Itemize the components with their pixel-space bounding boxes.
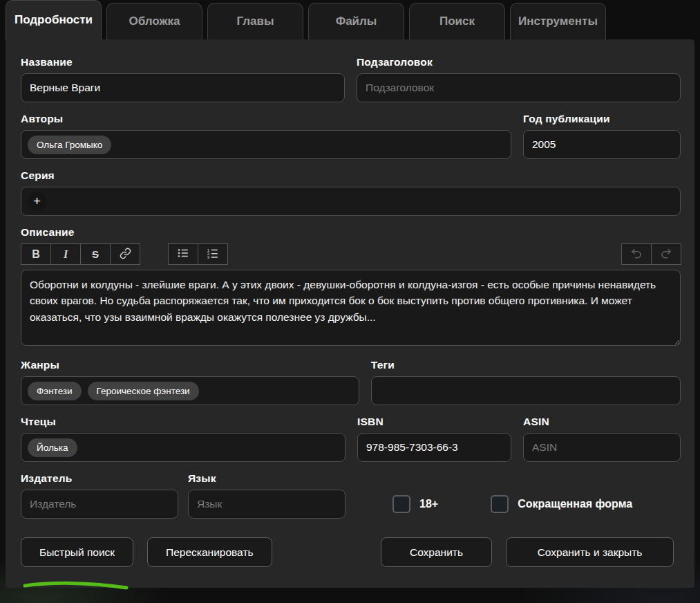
italic-button[interactable]: I — [50, 243, 81, 265]
authors-label: Авторы — [21, 113, 511, 125]
undo-icon — [630, 247, 643, 261]
tab-files[interactable]: Файлы — [308, 3, 404, 39]
abridged-label: Сокращенная форма — [518, 498, 632, 510]
rescan-button[interactable]: Пересканировать — [147, 537, 272, 567]
genres-label: Жанры — [21, 359, 359, 371]
link-icon — [120, 248, 131, 261]
tab-cover[interactable]: Обложка — [106, 3, 202, 39]
ordered-list-button[interactable]: 1 2 3 — [198, 243, 228, 265]
genre-chip[interactable]: Героическое фэнтези — [88, 382, 199, 400]
asin-label: ASIN — [523, 416, 681, 428]
isbn-input[interactable] — [357, 433, 511, 462]
save-button[interactable]: Сохранить — [381, 537, 492, 567]
undo-button[interactable] — [621, 243, 652, 265]
modal-footer: Быстрый поиск Пересканировать Сохранить … — [21, 537, 681, 582]
description-toolbar: B I S — [21, 243, 681, 265]
author-chip[interactable]: Ольга Громыко — [28, 136, 111, 154]
publish-year-input[interactable] — [523, 130, 681, 159]
tab-search[interactable]: Поиск — [409, 3, 505, 39]
explicit-label: 18+ — [419, 498, 438, 510]
narrators-label: Чтецы — [21, 416, 346, 428]
title-input[interactable] — [21, 73, 345, 102]
history-group — [621, 243, 681, 265]
bold-button[interactable]: B — [21, 243, 51, 265]
svg-text:3: 3 — [207, 255, 210, 259]
publisher-input[interactable] — [21, 490, 178, 519]
subtitle-input[interactable] — [357, 73, 681, 102]
add-series-button[interactable]: + — [28, 192, 46, 211]
description-editor[interactable]: Оборотни и колдуны - злейшие враги. А у … — [21, 270, 681, 346]
title-label: Название — [21, 56, 345, 68]
quick-match-button[interactable]: Быстрый поиск — [21, 537, 133, 567]
bullet-list-button[interactable] — [168, 243, 198, 265]
narrator-chip[interactable]: Йолька — [28, 438, 77, 457]
abridged-checkbox[interactable] — [491, 495, 509, 513]
genres-field[interactable]: Фэнтези Героическое фэнтези — [21, 376, 359, 405]
description-label: Описание — [21, 226, 681, 239]
edit-book-screen: Подробности Обложка Главы Файлы Поиск Ин… — [0, 0, 700, 603]
modal-tabs: Подробности Обложка Главы Файлы Поиск Ин… — [0, 0, 700, 39]
redo-button[interactable] — [651, 243, 681, 265]
tags-label: Теги — [371, 359, 681, 371]
narrators-field[interactable]: Йолька — [21, 433, 346, 462]
language-label: Язык — [188, 472, 346, 485]
edit-book-modal: Название Подзаголовок Авторы Ольга Громы… — [6, 39, 694, 588]
explicit-checkbox[interactable] — [392, 495, 410, 513]
subtitle-label: Подзаголовок — [357, 56, 681, 68]
tags-input[interactable] — [371, 376, 681, 405]
ordered-list-icon: 1 2 3 — [207, 247, 219, 261]
genre-chip[interactable]: Фэнтези — [28, 382, 82, 400]
tab-details[interactable]: Подробности — [6, 0, 102, 39]
publisher-label: Издатель — [21, 472, 178, 485]
tab-tools[interactable]: Инструменты — [510, 3, 606, 39]
save-and-close-button[interactable]: Сохранить и закрыть — [506, 537, 674, 567]
series-field[interactable]: + — [21, 187, 681, 216]
strikethrough-button[interactable]: S — [80, 243, 111, 265]
language-input[interactable] — [188, 490, 346, 519]
asin-input[interactable] — [523, 433, 681, 462]
series-label: Серия — [21, 169, 681, 182]
link-button[interactable] — [110, 243, 140, 265]
isbn-label: ISBN — [357, 416, 511, 428]
bullet-list-icon — [177, 247, 189, 261]
list-group: 1 2 3 — [168, 243, 227, 265]
authors-field[interactable]: Ольга Громыко — [21, 130, 511, 159]
publish-year-label: Год публикации — [523, 113, 681, 125]
format-group: B I S — [21, 243, 140, 265]
tab-chapters[interactable]: Главы — [207, 3, 303, 39]
redo-icon — [660, 247, 672, 261]
